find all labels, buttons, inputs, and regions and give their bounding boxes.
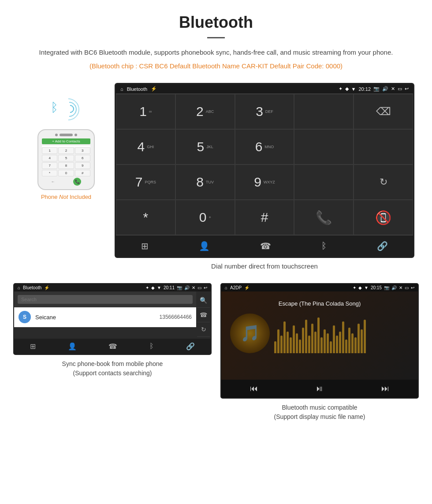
eq-bar-12 [308,336,310,354]
phonebook-caption-line2: (Support contacts searching) [73,370,152,377]
dial-key-3[interactable]: 3DEF [235,94,294,129]
eq-bar-15 [317,317,320,353]
pb-nav-contacts[interactable]: 👤 [68,342,77,351]
pb-contact-list: S Seicane 13566664466 [14,291,196,339]
phone-key-5: 5 [58,155,74,161]
redial-icon: ↻ [380,176,387,188]
pb-side-refresh-icon[interactable]: ↻ [197,322,210,337]
pb-side-search-icon[interactable]: 🔍 [197,293,210,308]
dial-call-green[interactable]: 📞 [294,200,354,235]
title-divider [207,37,225,38]
music-cam-icon: 📷 [384,285,389,290]
pb-screen-icon: ▭ [197,285,201,290]
pb-status-bar: ⌂ Bluetooth ⚡ ✦ ◆ ▼ 20:11 📷 🔊 ✕ ▭ ↩ [14,284,211,291]
dial-key-9[interactable]: 9WXYZ [235,164,294,200]
red-phone-icon: 📵 [375,210,391,225]
pb-cam-icon: 📷 [177,285,182,290]
car-dial-screen: ⌂ Bluetooth ⚡ ✦ ◆ ▼ 20:12 📷 🔊 ✕ ▭ ↩ [115,83,414,258]
pb-nav-phone[interactable]: ☎ [108,342,117,351]
music-home-icon[interactable]: ⌂ [225,285,227,290]
nav-link-icon[interactable]: 🔗 [377,241,388,251]
phone-speaker [60,134,73,136]
eq-bar-11 [305,320,307,354]
nav-contacts-icon[interactable]: 👤 [199,241,210,251]
header-section: Bluetooth Integrated with BC6 Bluetooth … [0,0,432,78]
music-album-art: 🎵 [230,314,270,353]
dial-backspace[interactable]: ⌫ [354,94,413,129]
home-icon[interactable]: ⌂ [120,86,123,92]
dial-key-0[interactable]: 0+ [175,200,235,235]
eq-bar-20 [333,325,335,353]
phonebook-caption: Sync phone-book from mobile phone (Suppo… [62,359,163,378]
dial-key-5[interactable]: 5JKL [175,129,235,164]
not-text: Not [59,194,68,200]
phone-key-3: 3 [75,147,90,154]
phone-key-8: 8 [58,162,74,169]
bt-status-icon: ✦ [339,86,343,92]
music-title: A2DP [230,285,242,290]
status-left: ⌂ Bluetooth ⚡ [120,86,157,92]
music-back-icon[interactable]: ↩ [411,285,414,290]
dial-key-4[interactable]: 4GHI [116,129,175,164]
music-equalizer [274,314,409,353]
music-caption-line1: Bluetooth music compatible [282,404,357,411]
camera-icon: 📷 [373,86,380,92]
pb-usb-icon: ⚡ [44,285,49,290]
music-song-title: Escape (The Pina Colada Song) [279,300,361,307]
nav-grid-icon[interactable]: ⊞ [141,241,149,251]
nav-bt-icon[interactable]: ᛒ [321,241,327,251]
phonebook-block: ⌂ Bluetooth ⚡ ✦ ◆ ▼ 20:11 📷 🔊 ✕ ▭ ↩ [13,283,212,422]
pb-nav-grid[interactable]: ⊞ [30,342,36,351]
pb-side-phone-icon[interactable]: ☎ [197,308,210,322]
location-icon: ◆ [345,86,349,92]
close-icon[interactable]: ✕ [391,86,395,92]
eq-bar-19 [330,341,332,353]
pb-search-area [14,291,196,307]
phone-key-4: 4 [42,155,57,161]
phone-dot-2 [74,134,77,136]
dial-key-7[interactable]: 7PQRS [116,164,175,200]
music-time: 20:15 [371,285,382,290]
dial-key-6[interactable]: 6MNO [235,129,294,164]
music-screen-icon: ▭ [405,285,409,290]
contact-number: 13566664466 [160,314,192,320]
eq-bar-1 [274,341,276,353]
time-display: 20:12 [358,86,371,92]
music-prev-icon[interactable]: ⏮ [250,384,258,393]
page-title: Bluetooth [26,13,406,32]
nav-phone-icon[interactable]: ☎ [260,241,271,251]
music-bt-icon: ✦ [353,285,356,290]
pb-back-icon[interactable]: ↩ [204,285,207,290]
dial-key-star[interactable]: * [116,200,175,235]
dial-key-1[interactable]: 1∞ [116,94,175,129]
orange-info-text: (Bluetooth chip : CSR BC6 Default Blueto… [26,62,406,70]
music-next-icon[interactable]: ⏭ [381,384,389,393]
dial-empty-2 [294,129,354,164]
pb-home-icon[interactable]: ⌂ [18,285,20,290]
volume-icon: 🔊 [382,86,388,92]
dial-key-2[interactable]: 2ABC [175,94,235,129]
phone-back-icon: ← [51,179,55,184]
screen-title: Bluetooth [127,86,147,92]
phone-mockup: + Add to Contacts 1 2 3 4 5 6 7 8 9 * 0 … [37,129,95,190]
dial-bottom-nav: ⊞ 👤 ☎ ᛒ 🔗 [116,235,413,257]
music-caption: Bluetooth music compatible (Support disp… [274,403,365,422]
eq-bar-23 [342,321,344,353]
back-icon[interactable]: ↩ [405,86,409,92]
dial-call-red[interactable]: 📵 [354,200,413,235]
pb-nav-link[interactable]: 🔗 [186,342,195,351]
dial-key-8[interactable]: 8TUV [175,164,235,200]
music-play-pause-icon[interactable]: ⏯ [316,384,324,393]
dial-redial[interactable]: ↻ [354,164,413,200]
phone-dot-1 [55,134,58,136]
music-usb-icon: ⚡ [244,285,250,290]
pb-search-input[interactable] [18,295,193,304]
pb-nav-bt[interactable]: ᛒ [149,342,154,351]
dial-keypad-grid: 1∞ 2ABC 3DEF ⌫ 4GHI 5JKL [116,93,413,235]
eq-bar-13 [311,324,313,354]
eq-bar-9 [299,340,301,354]
dial-key-hash[interactable]: # [235,200,294,235]
pb-close-icon[interactable]: ✕ [192,285,195,290]
contact-avatar: S [19,311,31,323]
music-close-icon[interactable]: ✕ [399,285,402,290]
